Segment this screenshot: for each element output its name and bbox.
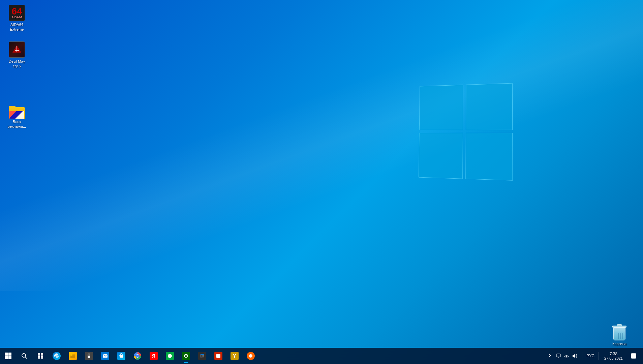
desktop-icon-folder[interactable]: Блок рекламы... xyxy=(3,104,30,130)
folder-body xyxy=(9,107,25,119)
windows-logo xyxy=(417,84,512,179)
svg-rect-25 xyxy=(201,357,201,357)
folder-flag-overlay xyxy=(9,111,24,119)
tray-separator-2 xyxy=(599,352,599,360)
svg-rect-26 xyxy=(202,357,203,357)
svg-rect-30 xyxy=(556,354,560,357)
tray-icon-volume[interactable] xyxy=(571,353,578,359)
svg-rect-7 xyxy=(38,356,40,359)
wallpaper-light-beam xyxy=(0,0,643,291)
aida64-label-line2: Extreme xyxy=(10,27,24,32)
store-icon xyxy=(117,352,125,360)
language-text: РУС xyxy=(586,354,594,358)
desktop-icon-dmc5[interactable]: Devil May cry 5 xyxy=(3,40,30,70)
bin-line-1 xyxy=(618,333,619,339)
yellow-app-letter: Y xyxy=(233,353,236,359)
tray-separator xyxy=(582,352,582,360)
mail-icon xyxy=(101,352,109,360)
taskbar-app-edge[interactable] xyxy=(49,348,65,364)
language-indicator[interactable]: РУС xyxy=(584,354,596,358)
svg-line-4 xyxy=(25,357,27,359)
svg-rect-27 xyxy=(203,357,204,357)
taskbar-app-calc[interactable] xyxy=(194,348,210,364)
recycle-bin-icon xyxy=(611,324,627,340)
taskbar: Я xyxy=(0,348,643,364)
red-app-icon xyxy=(214,352,222,360)
bin-lines xyxy=(618,333,623,339)
dmc5-label-line1: Devil May xyxy=(9,59,25,64)
svg-rect-8 xyxy=(41,356,43,359)
svg-rect-12 xyxy=(88,356,90,358)
kaspersky-icon xyxy=(182,352,190,360)
svg-point-33 xyxy=(566,358,567,358)
desktop-icon-aida64[interactable]: 64 AIDA64 AIDA64 Extreme xyxy=(3,3,30,33)
tray-icon-network[interactable] xyxy=(563,353,570,359)
orange-app-icon xyxy=(247,352,255,360)
show-hidden-icons-button[interactable] xyxy=(547,354,552,358)
svg-rect-5 xyxy=(38,353,40,356)
green-app-icon xyxy=(166,352,174,360)
bin-line-2 xyxy=(620,333,621,339)
recycle-bin[interactable]: Корзина xyxy=(606,323,633,347)
chrome-icon xyxy=(133,352,142,360)
start-win-pane-bl xyxy=(5,356,8,359)
notification-button[interactable] xyxy=(627,348,640,364)
svg-rect-21 xyxy=(201,354,204,355)
lock-icon xyxy=(85,352,93,360)
kaspersky-active-indicator xyxy=(184,362,188,363)
taskbar-app-mail[interactable] xyxy=(97,348,113,364)
taskbar-app-orange[interactable] xyxy=(243,348,259,364)
yellow-app-icon: Y xyxy=(231,352,239,360)
dmc5-inner xyxy=(9,42,25,57)
desktop-icons-area: 64 AIDA64 AIDA64 Extreme Devil May cry 5 xyxy=(3,3,30,70)
start-button[interactable] xyxy=(0,348,16,364)
calc-icon xyxy=(198,352,206,360)
taskbar-app-explorer[interactable] xyxy=(65,348,81,364)
win-pane-br xyxy=(465,133,513,181)
search-button[interactable] xyxy=(16,348,32,364)
taskbar-app-red[interactable] xyxy=(210,348,226,364)
taskbar-app-store[interactable] xyxy=(113,348,129,364)
taskbar-app-lock[interactable] xyxy=(81,348,97,364)
start-windows-icon xyxy=(5,353,11,359)
svg-rect-24 xyxy=(203,356,204,356)
system-clock[interactable]: 7:38 27.05.2021 xyxy=(601,348,626,364)
taskbar-app-chrome[interactable] xyxy=(129,348,146,364)
taskbar-app-yellow[interactable]: Y xyxy=(226,348,243,364)
tray-icon-monitor[interactable] xyxy=(555,353,562,359)
svg-rect-6 xyxy=(41,353,43,356)
recycle-bin-label: Корзина xyxy=(612,342,626,346)
svg-marker-34 xyxy=(573,354,575,358)
start-win-pane-tr xyxy=(8,353,11,356)
folder-icon-img xyxy=(9,106,25,119)
svg-point-29 xyxy=(249,354,252,358)
taskbar-app-green[interactable] xyxy=(162,348,178,364)
taskbar-app-yandex[interactable]: Я xyxy=(146,348,162,364)
taskbar-apps: Я xyxy=(49,348,544,364)
yandex-letter: Я xyxy=(152,353,155,359)
aida64-label-line1: AIDA64 xyxy=(10,22,23,27)
svg-rect-28 xyxy=(216,354,220,358)
svg-rect-23 xyxy=(202,356,203,356)
taskbar-app-kaspersky[interactable] xyxy=(178,348,194,364)
start-win-pane-br xyxy=(8,356,11,359)
svg-rect-22 xyxy=(201,356,201,356)
explorer-icon xyxy=(69,352,77,360)
clock-time: 7:38 xyxy=(610,352,617,356)
desktop: 64 AIDA64 AIDA64 Extreme Devil May cry 5 xyxy=(0,0,643,364)
svg-point-17 xyxy=(168,354,172,358)
system-tray: РУС 7:38 27.05.2021 xyxy=(544,348,643,364)
aida64-suffix: AIDA64 xyxy=(11,16,22,19)
taskview-button[interactable] xyxy=(32,348,49,364)
win-pane-tl xyxy=(419,85,463,130)
clock-date: 27.05.2021 xyxy=(604,356,623,360)
aida64-icon-img: 64 AIDA64 xyxy=(9,5,25,21)
start-win-pane-tl xyxy=(5,353,8,356)
bin-body xyxy=(613,328,625,340)
dmc5-label-line2: cry 5 xyxy=(13,64,21,68)
folder-label-line2: рекламы... xyxy=(8,124,26,129)
folder-label-line1: Блок xyxy=(13,119,21,124)
bin-line-3 xyxy=(622,333,623,339)
tray-icons-area xyxy=(553,353,580,359)
yandex-icon: Я xyxy=(150,352,158,360)
